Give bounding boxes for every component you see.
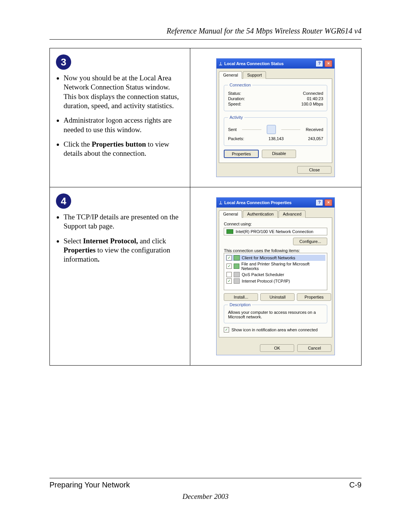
s4b2-1: Select: [64, 237, 83, 245]
step3-bullet-2: Administrator logon access rights are ne…: [64, 116, 185, 134]
component-label: File and Printer Sharing for Microsoft N…: [241, 262, 325, 271]
s4b2-dot: .: [98, 255, 100, 263]
step4-bullet-2: Select Internet Protocol, and click Prop…: [64, 236, 185, 264]
list-item[interactable]: ✓ File and Printer Sharing for Microsoft…: [226, 261, 325, 271]
install-button[interactable]: Install...: [224, 293, 258, 301]
packets-received: 243,057: [308, 136, 323, 141]
steps-table: 3 Now you should be at the Local Area Ne…: [49, 48, 362, 366]
description-text: Allows your computer to access resources…: [228, 310, 323, 319]
component-icon: [234, 264, 239, 269]
step3-b3-bold: Properties button: [92, 140, 146, 148]
list-item[interactable]: QoS Packet Scheduler: [226, 272, 325, 278]
network-icon: ⊥: [219, 200, 223, 205]
properties-button[interactable]: Properties: [224, 150, 259, 158]
step3-bullet-1: Now you should be at the Local Area Netw…: [64, 73, 185, 110]
checkbox-icon[interactable]: ✓: [226, 264, 232, 269]
sent-label: Sent: [228, 127, 237, 132]
checkbox-icon[interactable]: [226, 272, 232, 277]
status-label: Status:: [228, 91, 241, 96]
component-icon: [234, 278, 240, 284]
help-icon[interactable]: ?: [315, 199, 323, 206]
footer-divider: [49, 478, 362, 478]
component-label: QoS Packet Scheduler: [242, 272, 284, 277]
step4-screenshot-cell: ⊥ Local Area Connection Properties ? × G…: [190, 187, 361, 366]
duration-label: Duration:: [228, 96, 245, 101]
step4-bullets: The TCP/IP details are presented on the …: [64, 212, 185, 264]
page-header: Reference Manual for the 54 Mbps Wireles…: [49, 27, 362, 38]
tab-authentication[interactable]: Authentication: [243, 210, 278, 218]
tab-advanced[interactable]: Advanced: [279, 210, 306, 218]
description-legend: Description: [228, 302, 252, 307]
s4b2-bold1: Internet Protocol,: [83, 237, 138, 245]
activity-fieldset: Activity Sent Received Packets: 138,143: [224, 115, 327, 146]
nic-field: Intel(R) PRO/100 VE Network Connection: [224, 228, 327, 235]
status-titlebar: ⊥ Local Area Connection Status ? ×: [217, 59, 335, 69]
item-properties-button[interactable]: Properties: [297, 293, 331, 301]
page-footer: Preparing Your Network C-9 December 2003: [49, 478, 362, 501]
step3-b3-prefix: Click the: [64, 140, 92, 148]
uninstall-button[interactable]: Uninstall: [260, 293, 295, 301]
status-title: Local Area Connection Status: [224, 61, 284, 66]
step3-text-cell: 3 Now you should be at the Local Area Ne…: [50, 48, 190, 187]
help-icon[interactable]: ?: [315, 60, 323, 67]
tab-general[interactable]: General: [219, 210, 242, 218]
header-divider: [49, 39, 362, 40]
component-label: Internet Protocol (TCP/IP): [242, 279, 290, 283]
s4b2-bold2: Properties: [64, 246, 96, 254]
network-icon: ⊥: [219, 61, 223, 66]
show-icon-checkbox[interactable]: ✓: [224, 327, 229, 332]
status-tab-body: Connection Status:Connected Duration:01:…: [219, 78, 332, 163]
connect-using-label: Connect using:: [224, 222, 327, 226]
status-tabs: General Support: [217, 69, 335, 78]
close-icon[interactable]: ×: [325, 199, 332, 206]
disable-button[interactable]: Disable: [262, 150, 296, 158]
properties-titlebar: ⊥ Local Area Connection Properties ? ×: [217, 198, 335, 208]
s4b2-mid: and click: [138, 237, 166, 245]
step3-screenshot-cell: ⊥ Local Area Connection Status ? × Gener…: [190, 48, 361, 187]
components-listbox[interactable]: ✓ Client for Microsoft Networks ✓ File a…: [224, 253, 327, 290]
close-button[interactable]: Close: [297, 166, 331, 174]
activity-legend: Activity: [228, 115, 244, 120]
nic-icon: [226, 229, 233, 234]
connection-legend: Connection: [228, 83, 252, 87]
properties-title: Local Area Connection Properties: [224, 200, 292, 205]
description-fieldset: Description Allows your computer to acce…: [224, 302, 327, 323]
speed-label: Speed:: [228, 102, 241, 106]
step4-bullet-1: The TCP/IP details are presented on the …: [64, 212, 185, 231]
packets-label: Packets:: [228, 136, 244, 141]
connection-fieldset: Connection Status:Connected Duration:01:…: [224, 83, 327, 111]
footer-left: Preparing Your Network: [49, 481, 130, 489]
properties-dialog: ⊥ Local Area Connection Properties ? × G…: [216, 197, 335, 355]
document-page: Reference Manual for the 54 Mbps Wireles…: [0, 0, 411, 532]
packets-sent: 138,143: [244, 136, 308, 141]
status-value: Connected: [303, 91, 323, 96]
footer-date: December 2003: [49, 492, 362, 501]
configure-button[interactable]: Configure...: [293, 238, 327, 245]
step3-bullet-3: Click the Properties button to view deta…: [64, 140, 185, 158]
list-item[interactable]: ✓ Client for Microsoft Networks: [226, 255, 325, 261]
duration-value: 01:40:23: [307, 96, 323, 101]
tab-support[interactable]: Support: [243, 71, 266, 79]
properties-tab-body: Connect using: Intel(R) PRO/100 VE Netwo…: [219, 217, 332, 337]
uses-label: This connection uses the following items…: [224, 248, 327, 253]
step-number-4: 4: [56, 193, 71, 209]
received-label: Received: [306, 127, 323, 132]
status-dialog: ⊥ Local Area Connection Status ? × Gener…: [216, 58, 335, 177]
show-icon-label: Show icon in notification area when conn…: [231, 328, 317, 332]
checkbox-icon[interactable]: ✓: [226, 278, 232, 284]
tab-general[interactable]: General: [219, 71, 242, 79]
ok-button[interactable]: OK: [260, 344, 294, 352]
checkbox-icon[interactable]: ✓: [226, 255, 232, 260]
speed-value: 100.0 Mbps: [301, 102, 323, 106]
close-icon[interactable]: ×: [325, 60, 332, 67]
activity-icon: [267, 125, 276, 134]
step-number-3: 3: [56, 54, 71, 70]
component-icon: [234, 255, 240, 260]
cancel-button[interactable]: Cancel: [297, 344, 331, 352]
properties-tabs: General Authentication Advanced: [217, 208, 335, 217]
step4-text-cell: 4 The TCP/IP details are presented on th…: [50, 187, 190, 366]
component-label: Client for Microsoft Networks: [242, 256, 295, 260]
component-icon: [234, 272, 240, 277]
list-item[interactable]: ✓ Internet Protocol (TCP/IP): [226, 278, 325, 284]
footer-right: C-9: [349, 481, 362, 489]
